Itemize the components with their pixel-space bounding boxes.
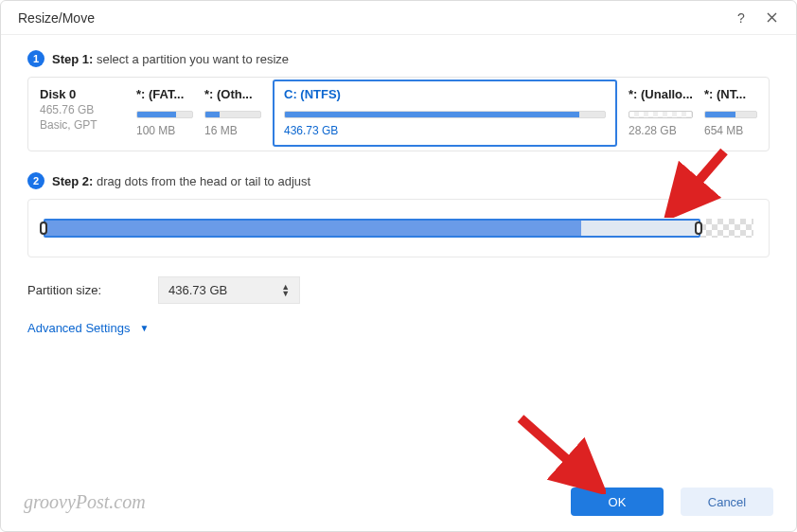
grip-icon — [40, 222, 47, 235]
partition-bar — [204, 111, 261, 118]
resize-slider[interactable] — [42, 219, 755, 238]
titlebar: Resize/Move ? — [1, 1, 796, 35]
partition-list: Disk 0 465.76 GB Basic, GPT *: (FAT... 1… — [27, 77, 770, 151]
triangle-down-icon: ▼ — [139, 323, 149, 333]
close-icon — [767, 12, 777, 23]
partition-c-selected[interactable]: C: (NTFS) 436.73 GB — [273, 80, 617, 147]
partition-label: *: (NT... — [704, 87, 757, 101]
step1-line: 1 Step 1: select a partition you want to… — [27, 50, 770, 67]
close-button[interactable] — [758, 5, 785, 31]
disk-capacity: 465.76 GB — [40, 103, 125, 116]
partition-label: C: (NTFS) — [284, 87, 606, 101]
partition-nt[interactable]: *: (NT... 654 MB — [704, 87, 757, 139]
partition-size: 28.28 GB — [629, 124, 693, 137]
chevron-down-icon: ▼ — [281, 291, 290, 297]
step2-label: Step 2: drag dots from the head or tail … — [52, 174, 310, 188]
step1-rest: select a partition you want to resize — [93, 52, 289, 66]
used-space — [45, 221, 581, 236]
resize-handle-right[interactable] — [695, 217, 702, 239]
partition-unallocated[interactable]: *: (Unallo... 28.28 GB — [629, 87, 693, 139]
step1-label: Step 1: select a partition you want to r… — [52, 52, 289, 66]
partition-bar — [284, 111, 606, 118]
partition-bar — [704, 111, 757, 118]
partition-label: *: (FAT... — [136, 87, 193, 101]
partition-fat[interactable]: *: (FAT... 100 MB — [136, 87, 193, 139]
spinner-arrows[interactable]: ▲ ▼ — [281, 284, 290, 297]
partition-size: 436.73 GB — [284, 124, 606, 137]
partition-size-label: Partition size: — [27, 283, 101, 297]
partition-label: *: (Oth... — [204, 87, 261, 101]
dialog-content: 1 Step 1: select a partition you want to… — [1, 35, 796, 478]
step2-rest: drag dots from the head or tail to adjus… — [93, 174, 310, 188]
ok-button[interactable]: OK — [571, 488, 664, 516]
resize-move-dialog: Resize/Move ? 1 Step 1: select a partiti… — [0, 0, 797, 532]
partition-size-input[interactable]: 436.73 GB ▲ ▼ — [158, 276, 300, 304]
step2-badge: 2 — [27, 172, 44, 189]
unallocated-space — [700, 219, 753, 238]
cancel-button[interactable]: Cancel — [681, 488, 773, 516]
disk-info: Disk 0 465.76 GB Basic, GPT — [40, 87, 125, 139]
partition-size: 100 MB — [136, 124, 193, 137]
step2-strong: Step 2: — [52, 174, 93, 188]
disk-name: Disk 0 — [40, 87, 125, 101]
partition-extent — [44, 219, 700, 238]
disk-type: Basic, GPT — [40, 118, 125, 132]
step1-strong: Step 1: — [52, 52, 93, 66]
grip-icon — [695, 222, 702, 235]
free-space — [581, 221, 699, 236]
advanced-settings-toggle[interactable]: Advanced Settings ▼ — [27, 321, 770, 335]
partition-size-row: Partition size: 436.73 GB ▲ ▼ — [27, 276, 770, 304]
step1-badge: 1 — [27, 50, 44, 67]
dialog-footer: groovyPost.com OK Cancel — [1, 478, 796, 531]
partition-bar — [136, 111, 193, 118]
resize-handle-left[interactable] — [40, 217, 47, 239]
partition-size-value: 436.73 GB — [168, 283, 264, 297]
help-button[interactable]: ? — [728, 5, 754, 31]
advanced-settings-label: Advanced Settings — [27, 321, 130, 335]
partition-bar — [629, 111, 693, 118]
watermark-text: groovyPost.com — [24, 491, 554, 513]
partition-label: *: (Unallo... — [629, 87, 693, 101]
window-title: Resize/Move — [18, 10, 724, 26]
resize-slider-container — [27, 199, 770, 257]
partition-size: 654 MB — [704, 124, 757, 137]
partition-other[interactable]: *: (Oth... 16 MB — [204, 87, 261, 139]
partition-size: 16 MB — [204, 124, 261, 137]
step2-line: 2 Step 2: drag dots from the head or tai… — [27, 172, 770, 189]
